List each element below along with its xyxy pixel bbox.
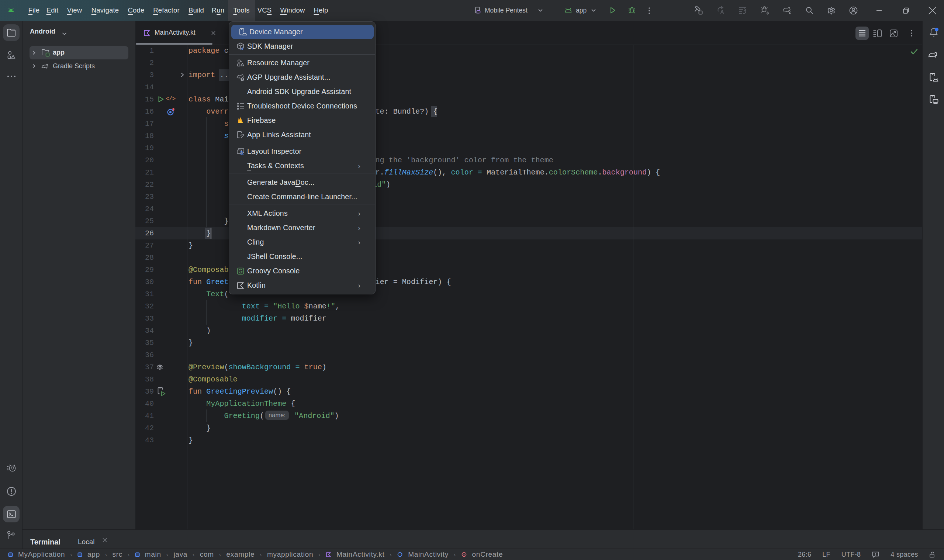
svg-text:m: m — [463, 553, 465, 556]
